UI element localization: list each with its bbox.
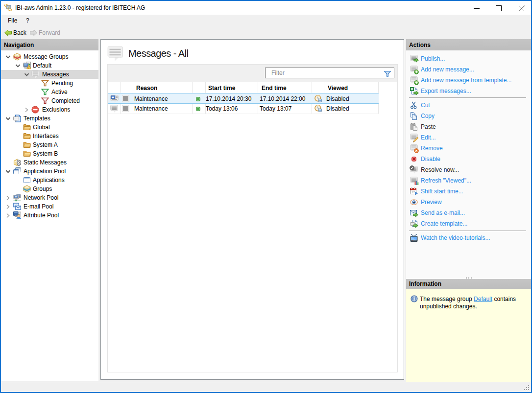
svg-text:17: 17	[411, 191, 415, 194]
